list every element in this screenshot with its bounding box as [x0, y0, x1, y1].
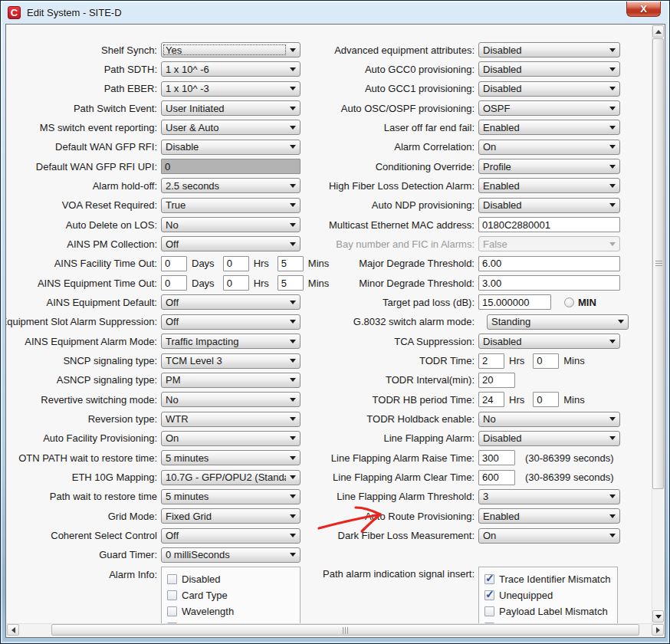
checkbox-disabled[interactable]	[167, 574, 177, 584]
chevron-down-icon	[286, 378, 300, 382]
checkbox-unequipped[interactable]	[484, 590, 494, 600]
form-row: Alarm hold-off:2.5 seconds	[6, 178, 337, 193]
path-wait-to-restore-time-dropdown[interactable]: 5 minutes	[161, 489, 301, 504]
horizontal-scroll-thumb[interactable]	[51, 624, 639, 636]
scroll-right-button[interactable]	[652, 624, 664, 636]
close-button[interactable]: X	[626, 2, 661, 17]
otn-path-wait-to-restore-time-dropdown[interactable]: 5 minutes	[161, 450, 301, 465]
ains-equipment-time-out-mins-input[interactable]	[278, 275, 304, 291]
minor-degrade-threshold-input[interactable]	[478, 275, 620, 291]
triangle-glyph	[609, 126, 616, 130]
dark-fiber-loss-measurement-dropdown[interactable]: On	[478, 528, 620, 544]
triangle-glyph	[290, 184, 296, 188]
auto-ndp-provisioning-dropdown[interactable]: Disabled	[478, 198, 620, 213]
auto-gcc1-provisioning-dropdown[interactable]: Disabled	[478, 81, 620, 97]
ains-equipment-default-value: Off	[162, 297, 286, 308]
sncp-signaling-type-dropdown[interactable]: TCM Level 3	[161, 353, 301, 369]
ains-facility-time-out-mins-input[interactable]	[278, 256, 304, 271]
g-8032-switch-alarm-mode-dropdown[interactable]: Standing	[487, 314, 629, 330]
ains-facility-time-out-days-input[interactable]	[161, 256, 187, 271]
auto-delete-on-los-dropdown[interactable]: No	[161, 217, 301, 232]
revertive-switching-mode-dropdown[interactable]: No	[161, 392, 301, 407]
todr-time-mins-input[interactable]	[533, 353, 559, 369]
todr-hb-period-time-hrs-input[interactable]	[478, 392, 504, 407]
high-fiber-loss-detection-alarm-dropdown[interactable]: Enabled	[478, 178, 620, 193]
titlebar[interactable]: C Edit System - SITE-D X	[1, 1, 669, 24]
vertical-scrollbar[interactable]	[652, 25, 664, 623]
line-flapping-alarm-clear-time-input[interactable]	[478, 470, 515, 485]
scroll-left-button[interactable]	[7, 624, 19, 636]
checkbox-wavelength[interactable]	[167, 606, 177, 616]
chevron-down-icon	[606, 184, 619, 188]
vertical-scroll-thumb[interactable]	[652, 38, 664, 489]
alarm-info-label: Alarm Info:	[6, 567, 157, 582]
auto-gcc0-provisioning-dropdown[interactable]: Disabled	[478, 61, 620, 77]
reversion-type-dropdown[interactable]: WTR	[161, 412, 301, 427]
todr-hb-period-time-mins-input[interactable]	[533, 392, 559, 407]
eth-10g-mapping-dropdown[interactable]: 10.7G - GFP/OPU2 (Standa...	[161, 470, 301, 485]
asncp-signaling-type-dropdown[interactable]: PM	[161, 373, 301, 388]
grid-mode-dropdown[interactable]: Fixed Grid	[161, 508, 301, 524]
ains-equipment-default-dropdown[interactable]: Off	[161, 294, 301, 310]
field-note: (30-86399 seconds)	[525, 452, 614, 464]
target-pad-loss-db-input[interactable]	[478, 294, 551, 310]
horizontal-scrollbar[interactable]	[7, 623, 664, 636]
unit-label: Mins	[563, 394, 584, 406]
line-flapping-alarm-threshold-dropdown[interactable]: 3	[478, 489, 620, 504]
ains-facility-time-out-hrs-input[interactable]	[223, 256, 249, 271]
min-radio[interactable]	[564, 297, 574, 307]
ains-equipment-time-out-hrs-input[interactable]	[223, 275, 249, 291]
tca-suppression-dropdown[interactable]: Disabled	[478, 334, 620, 349]
revertive-switching-mode-value: No	[162, 394, 286, 406]
triangle-glyph	[290, 203, 296, 207]
laser-off-far-end-fail-dropdown[interactable]: Enabled	[478, 120, 620, 135]
ains-equipment-alarm-mode-dropdown[interactable]: Traffic Impacting	[161, 334, 301, 349]
todr-holdback-enable-dropdown[interactable]: No	[478, 412, 620, 427]
checkbox-card-type[interactable]	[167, 590, 177, 600]
todr-interval-min-input[interactable]	[478, 373, 515, 388]
auto-route-provisioning-dropdown[interactable]: Enabled	[478, 508, 620, 524]
chevron-down-icon	[286, 534, 300, 537]
path-switch-event-dropdown[interactable]: User Initiated	[161, 100, 301, 116]
triangle-glyph	[609, 203, 616, 207]
alarm-hold-off-dropdown[interactable]: 2.5 seconds	[161, 178, 301, 193]
default-wan-gfp-rfi-dropdown[interactable]: Disable	[161, 140, 301, 155]
auto-facility-provisioning-dropdown[interactable]: On	[161, 431, 301, 446]
triangle-glyph	[290, 301, 296, 304]
form-row: AINS Facility Time Out:DaysHrsMins	[6, 256, 337, 271]
checkbox-row: Wavelength	[167, 603, 300, 619]
ains-equipment-time-out-days-input[interactable]	[161, 275, 187, 291]
checkbox-trace-identifier-mismatch[interactable]	[484, 574, 494, 584]
scroll-up-button[interactable]	[652, 25, 664, 38]
major-degrade-threshold-input[interactable]	[478, 256, 620, 271]
ms-switch-event-reporting-dropdown[interactable]: User & Auto	[161, 120, 301, 135]
bay-number-and-fic-in-alarms-dropdown[interactable]: False	[478, 236, 620, 251]
triangle-glyph	[290, 87, 296, 90]
path-eber-dropdown[interactable]: 1 x 10^ -3	[161, 81, 301, 97]
path-sdth-dropdown[interactable]: 1 x 10^ -6	[161, 61, 301, 77]
line-flapping-alarm-dropdown[interactable]: Disabled	[478, 431, 620, 446]
todr-hb-period-time-label: TODR HB period Time:	[311, 392, 475, 407]
advanced-equipment-attributes-dropdown[interactable]: Disabled	[478, 42, 620, 58]
unit-label: Days	[192, 258, 215, 269]
multicast-ethernet-mac-address-input[interactable]	[478, 217, 620, 232]
coherent-select-control-dropdown[interactable]: Off	[161, 528, 301, 544]
alarm-correlation-dropdown[interactable]: On	[478, 140, 620, 155]
guard-timer-dropdown[interactable]: 0 milliSeconds	[161, 547, 301, 563]
conditioning-override-dropdown[interactable]: Profile	[478, 159, 620, 174]
auto-osc-ospf-provisioning-dropdown[interactable]: OSPF	[478, 100, 620, 116]
voa-reset-required-dropdown[interactable]: True	[161, 198, 301, 213]
todr-time-hrs-input[interactable]	[478, 353, 504, 369]
checkbox-payload-label-mismatch[interactable]	[484, 606, 494, 616]
line-flapping-alarm-raise-time-input[interactable]	[478, 450, 515, 465]
equipment-slot-alarm-suppression-dropdown[interactable]: Off	[161, 314, 301, 330]
triangle-glyph	[609, 107, 616, 110]
form-row: TODR Time:HrsMins	[311, 353, 629, 369]
shelf-synch-dropdown[interactable]: Yes	[161, 42, 301, 58]
form-row: SNCP signaling type:TCM Level 3	[6, 353, 337, 369]
default-wan-gfp-rfi-upi-input[interactable]	[161, 159, 301, 174]
ains-pm-collection-dropdown[interactable]: Off	[161, 236, 301, 251]
form-row: Reversion type:WTR	[6, 412, 337, 427]
scroll-down-button[interactable]	[652, 610, 664, 623]
chevron-down-icon	[606, 203, 619, 207]
